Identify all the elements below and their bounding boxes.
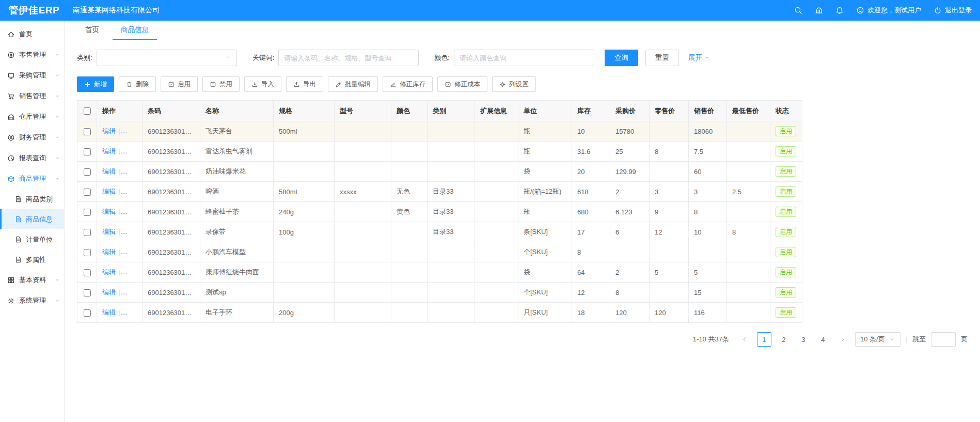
sidebar-item-5[interactable]: 财务管理 [0, 127, 64, 148]
sidebar-item-2[interactable]: 采购管理 [0, 65, 64, 86]
user-menu[interactable]: 欢迎您，测试用户 [856, 6, 921, 15]
table-cell [391, 262, 428, 283]
bell-icon[interactable] [835, 6, 844, 14]
row-checkbox-cell [77, 262, 97, 283]
prev-page-button[interactable] [737, 332, 752, 347]
toolbar-button-3[interactable]: 禁用 [202, 76, 240, 92]
toolbar-button-6[interactable]: 批量编辑 [328, 76, 378, 92]
row-checkbox[interactable] [84, 189, 91, 196]
logout-button[interactable]: 退出登录 [934, 6, 972, 15]
toolbar-button-7[interactable]: 修正库存 [383, 76, 433, 92]
edit-link[interactable]: 编辑 [102, 268, 116, 276]
edit-link[interactable]: 编辑 [102, 288, 116, 296]
table-cell: 18060 [689, 121, 727, 142]
top-header: 管伊佳ERP 南通某某网络科技有限公司 欢迎您，测试用户 退出登录 [0, 0, 980, 21]
toolbar-button-8[interactable]: 修正成本 [437, 76, 487, 92]
keyword-input[interactable] [278, 50, 419, 66]
column-header-6: 类别 [428, 101, 475, 121]
sidebar-item-7[interactable]: 商品管理 [0, 168, 64, 189]
table-cell [335, 222, 391, 242]
category-select[interactable] [97, 50, 237, 66]
row-checkbox[interactable] [84, 168, 91, 176]
status-cell: 启用 [770, 121, 802, 142]
reset-button[interactable]: 重置 [645, 50, 679, 66]
table-cell [274, 142, 335, 162]
row-checkbox[interactable] [84, 128, 91, 135]
table-cell: 17 [572, 222, 610, 242]
column-header-13: 最低售价 [727, 101, 770, 121]
edit-link[interactable]: 编辑 [102, 228, 116, 236]
table-cell: 20 [572, 162, 610, 182]
color-input[interactable] [454, 50, 594, 66]
table-cell [727, 162, 770, 182]
page-number-4[interactable]: 4 [816, 332, 830, 347]
edit-link[interactable]: 编辑 [102, 187, 116, 195]
row-actions-cell: 编辑|删除 [97, 303, 143, 323]
table-cell [428, 242, 475, 262]
sidebar-item-8[interactable]: 基本资料 [0, 270, 64, 290]
toolbar-button-label: 修正库存 [400, 80, 425, 89]
edit-link[interactable]: 编辑 [102, 147, 116, 155]
edit-link[interactable]: 编辑 [102, 208, 116, 215]
edit-link[interactable]: 编辑 [102, 248, 116, 256]
row-checkbox[interactable] [84, 209, 91, 216]
sidebar-item-0[interactable]: 首页 [0, 24, 64, 44]
table-cell [475, 121, 518, 142]
table-cell: 6901236301303 [143, 303, 200, 323]
select-all-checkbox[interactable] [84, 107, 91, 115]
row-checkbox[interactable] [84, 148, 91, 155]
table-cell: 10 [572, 121, 610, 142]
table-cell: 2.5 [727, 182, 770, 202]
table-cell: 6901236301340 [143, 162, 200, 182]
jump-page-input[interactable] [931, 332, 956, 347]
tab-1[interactable]: 商品信息 [113, 21, 157, 40]
edit-link[interactable]: 编辑 [102, 127, 116, 135]
row-checkbox[interactable] [84, 309, 91, 317]
search-button[interactable]: 查询 [605, 50, 638, 66]
keyword-label: 关键词: [252, 53, 275, 62]
toolbar-button-5[interactable]: 导出 [286, 76, 323, 92]
status-cell: 启用 [770, 182, 802, 202]
toolbar-button-0[interactable]: 新增 [77, 76, 114, 92]
table-row: 编辑|删除6901236301341雷达杀虫气雾剂瓶31.62587.5启用 [77, 142, 802, 162]
sidebar-subitem-7-3[interactable]: 多属性 [0, 249, 64, 270]
page-number-1[interactable]: 1 [757, 332, 771, 347]
row-checkbox[interactable] [84, 269, 91, 276]
search-icon[interactable] [794, 6, 802, 14]
toolbar-button-2[interactable]: 启用 [161, 76, 198, 92]
sidebar-subitem-7-0[interactable]: 商品类别 [0, 189, 64, 209]
pagination-summary: 1-10 共37条 [693, 335, 729, 344]
row-checkbox[interactable] [84, 229, 91, 236]
sidebar-item-4[interactable]: 仓库管理 [0, 106, 64, 127]
status-badge: 启用 [776, 247, 796, 257]
table-cell: 录像带 [200, 222, 274, 242]
toolbar-button-1[interactable]: 删除 [119, 76, 156, 92]
sidebar-subitem-7-2[interactable]: 计量单位 [0, 229, 64, 249]
sidebar-subitem-7-1[interactable]: 商品信息 [0, 209, 64, 229]
tab-0[interactable]: 首页 [77, 21, 107, 40]
table-cell [689, 242, 727, 262]
sidebar-item-9[interactable]: 系统管理 [0, 290, 64, 311]
gear-icon [7, 297, 15, 305]
row-checkbox[interactable] [84, 289, 91, 296]
page-size-select[interactable]: 10 条/页 [855, 332, 900, 347]
toolbar-button-9[interactable]: 列设置 [492, 76, 536, 92]
sidebar-subitem-label: 多属性 [26, 255, 46, 264]
sidebar-item-3[interactable]: 销售管理 [0, 86, 64, 106]
page-number-2[interactable]: 2 [777, 332, 791, 347]
page-number-3[interactable]: 3 [796, 332, 811, 347]
sidebar-item-1[interactable]: 零售管理 [0, 44, 64, 65]
expand-link[interactable]: 展开 [688, 53, 710, 62]
next-page-button[interactable] [835, 332, 850, 347]
store-icon[interactable] [815, 6, 823, 14]
sidebar-item-6[interactable]: 报表查询 [0, 148, 64, 168]
chev-down-icon [55, 114, 60, 119]
column-header-1: 条码 [143, 101, 200, 121]
row-checkbox[interactable] [84, 249, 91, 256]
table-header-row: 操作条码名称规格型号颜色类别扩展信息单位库存采购价零售价销售价最低售价状态 [77, 101, 802, 121]
toolbar-button-4[interactable]: 导入 [244, 76, 281, 92]
table-cell: 小鹏汽车模型 [200, 242, 274, 262]
edit-link[interactable]: 编辑 [102, 167, 116, 175]
status-cell: 启用 [770, 202, 802, 222]
edit-link[interactable]: 编辑 [102, 308, 116, 316]
